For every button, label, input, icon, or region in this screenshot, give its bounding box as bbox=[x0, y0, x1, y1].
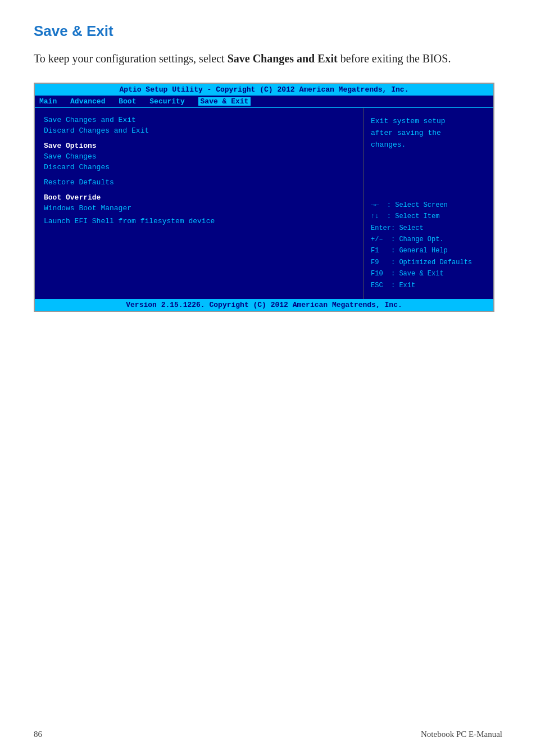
nav-save-exit[interactable]: Save & Exit bbox=[198, 97, 251, 106]
menu-discard-changes-and-exit[interactable]: Discard Changes and Exit bbox=[44, 126, 355, 135]
bios-header: Aptio Setup Utility - Copyright (C) 2012… bbox=[35, 84, 493, 96]
menu-restore-defaults[interactable]: Restore Defaults bbox=[44, 178, 355, 187]
bios-footer: Version 2.15.1226. Copyright (C) 2012 Am… bbox=[35, 299, 493, 311]
bios-help-text: Exit system setup after saving the chang… bbox=[371, 116, 487, 151]
nav-main[interactable]: Main bbox=[39, 97, 57, 106]
intro-text-before: To keep your configuration settings, sel… bbox=[34, 52, 228, 65]
intro-bold: Save Changes and Exit bbox=[228, 52, 338, 65]
bios-nav: Main Advanced Boot Security Save & Exit bbox=[35, 96, 493, 108]
intro-paragraph: To keep your configuration settings, sel… bbox=[34, 50, 502, 67]
bios-right-panel: Exit system setup after saving the chang… bbox=[364, 108, 493, 299]
intro-text-after: before exiting the BIOS. bbox=[338, 52, 451, 65]
menu-windows-boot-manager[interactable]: Windows Boot Manager bbox=[44, 204, 355, 212]
key-f1: F1 : General Help bbox=[371, 245, 487, 256]
manual-title: Notebook PC E-Manual bbox=[421, 730, 502, 739]
bios-left-panel: Save Changes and Exit Discard Changes an… bbox=[35, 108, 364, 299]
key-select-screen: →← : Select Screen bbox=[371, 200, 487, 211]
page-footer: 86 Notebook PC E-Manual bbox=[34, 707, 502, 739]
menu-launch-efi-shell[interactable]: Launch EFI Shell from filesystem device bbox=[44, 217, 355, 225]
section-boot-override: Boot Override bbox=[44, 193, 355, 202]
nav-advanced[interactable]: Advanced bbox=[70, 97, 105, 106]
page-title: Save & Exit bbox=[34, 22, 502, 40]
bios-key-hints: →← : Select Screen ↑↓ : Select Item Ente… bbox=[371, 200, 487, 291]
help-line-2: after saving the bbox=[371, 128, 487, 139]
key-esc: ESC : Exit bbox=[371, 280, 487, 291]
menu-discard-changes[interactable]: Discard Changes bbox=[44, 163, 355, 171]
menu-save-changes-and-exit[interactable]: Save Changes and Exit bbox=[44, 116, 355, 124]
key-f9: F9 : Optimized Defaults bbox=[371, 257, 487, 268]
key-change-opt: +/– : Change Opt. bbox=[371, 234, 487, 245]
help-line-1: Exit system setup bbox=[371, 116, 487, 128]
menu-save-changes[interactable]: Save Changes bbox=[44, 152, 355, 161]
page-number: 86 bbox=[34, 730, 42, 739]
key-f10: F10 : Save & Exit bbox=[371, 268, 487, 279]
help-line-3: changes. bbox=[371, 139, 487, 151]
key-enter: Enter: Select bbox=[371, 223, 487, 234]
nav-security[interactable]: Security bbox=[149, 97, 184, 106]
nav-boot[interactable]: Boot bbox=[119, 97, 136, 106]
bios-body: Save Changes and Exit Discard Changes an… bbox=[35, 108, 493, 299]
key-select-item: ↑↓ : Select Item bbox=[371, 211, 487, 222]
bios-screenshot: Aptio Setup Utility - Copyright (C) 2012… bbox=[34, 83, 494, 312]
section-save-options: Save Options bbox=[44, 142, 355, 150]
